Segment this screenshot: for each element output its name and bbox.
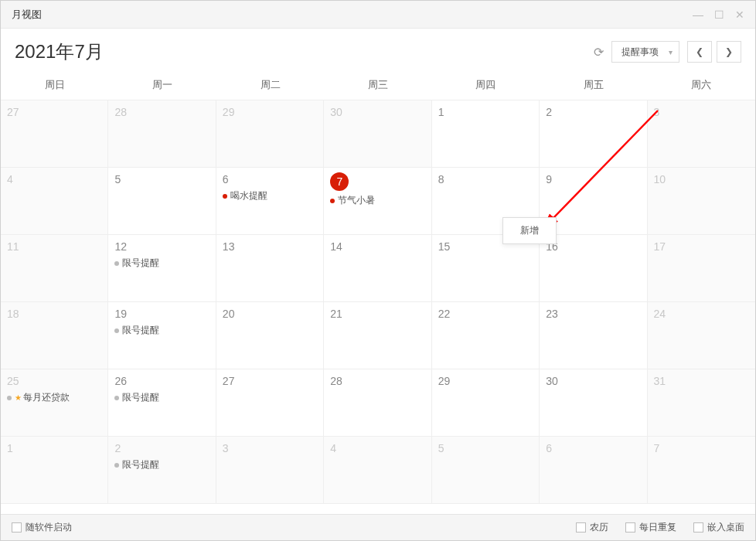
month-nav: ❮ ❯ bbox=[687, 41, 741, 63]
calendar-cell[interactable]: 14 bbox=[324, 235, 431, 302]
calendar-cell[interactable]: 26限号提醒 bbox=[108, 369, 216, 437]
calendar-cell[interactable]: 7节气小暑 bbox=[324, 168, 431, 235]
calendar-cell[interactable]: 29 bbox=[432, 369, 540, 437]
calendar-cell[interactable]: 17 bbox=[648, 235, 755, 302]
day-number: 15 bbox=[438, 240, 451, 253]
day-number: 2 bbox=[546, 106, 552, 118]
calendar-cell[interactable]: 27 bbox=[1, 100, 108, 168]
checkbox-option[interactable]: 每日重复 bbox=[625, 521, 676, 534]
event-dot-icon bbox=[330, 199, 335, 203]
calendar-cell[interactable]: 1 bbox=[432, 100, 540, 168]
next-month-button[interactable]: ❯ bbox=[717, 41, 741, 63]
maximize-icon[interactable]: ☐ bbox=[714, 9, 724, 21]
day-number: 26 bbox=[114, 375, 127, 387]
weekday-label: 周三 bbox=[324, 78, 431, 92]
day-number: 22 bbox=[438, 308, 451, 320]
close-icon[interactable]: ✕ bbox=[735, 9, 744, 21]
checkbox-label: 嵌入桌面 bbox=[707, 521, 744, 534]
event-label: 喝水提醒 bbox=[230, 189, 267, 202]
calendar-cell[interactable]: 2 bbox=[540, 100, 647, 168]
day-number: 12 bbox=[114, 240, 127, 253]
calendar-cell[interactable]: 30 bbox=[324, 100, 431, 168]
calendar-cell[interactable]: 23 bbox=[540, 302, 647, 369]
event-item[interactable]: 限号提醒 bbox=[114, 458, 209, 471]
event-label: 限号提醒 bbox=[122, 391, 159, 404]
minimize-icon[interactable]: — bbox=[693, 9, 703, 21]
refresh-icon[interactable]: ⟳ bbox=[594, 45, 604, 60]
event-item[interactable]: 节气小暑 bbox=[330, 194, 424, 207]
calendar-cell[interactable]: 10 bbox=[648, 168, 755, 235]
calendar-cell[interactable]: 27 bbox=[216, 369, 324, 437]
day-number: 29 bbox=[223, 106, 235, 118]
weekday-header: 周日周一周二周三周四周五周六 bbox=[1, 72, 755, 100]
event-list: 喝水提醒 bbox=[223, 189, 317, 202]
calendar-cell[interactable]: 7 bbox=[648, 437, 755, 504]
calendar-cell[interactable]: 30 bbox=[540, 369, 647, 437]
day-number: 28 bbox=[330, 375, 342, 387]
titlebar: 月视图 — ☐ ✕ bbox=[1, 1, 755, 29]
calendar-cell[interactable]: 3 bbox=[216, 437, 324, 504]
calendar-cell[interactable]: 5 bbox=[108, 168, 216, 235]
calendar-cell[interactable]: 22 bbox=[432, 302, 540, 369]
checkbox-autostart[interactable]: 随软件启动 bbox=[12, 521, 72, 534]
calendar-cell[interactable]: 13 bbox=[216, 235, 324, 302]
calendar-cell[interactable]: 12限号提醒 bbox=[108, 235, 216, 302]
calendar-cell[interactable]: 20 bbox=[216, 302, 324, 369]
calendar-cell[interactable]: 15 bbox=[432, 235, 540, 302]
context-menu-add[interactable]: 新增 bbox=[502, 217, 557, 244]
calendar-cell[interactable]: 4 bbox=[1, 168, 108, 235]
calendar-cell[interactable]: 29 bbox=[216, 100, 324, 168]
header-tools: ⟳ 提醒事项 ▾ ❮ ❯ bbox=[594, 41, 741, 63]
day-number: 17 bbox=[654, 240, 666, 253]
calendar-cell[interactable]: 16 bbox=[540, 235, 647, 302]
calendar-cell[interactable]: 19限号提醒 bbox=[108, 302, 216, 369]
calendar-cell[interactable]: 28 bbox=[108, 100, 216, 168]
calendar-cell[interactable]: 21 bbox=[324, 302, 431, 369]
event-item[interactable]: 限号提醒 bbox=[114, 324, 209, 337]
weekday-label: 周五 bbox=[540, 78, 647, 92]
filter-select[interactable]: 提醒事项 ▾ bbox=[611, 41, 679, 63]
calendar-cell[interactable]: 11 bbox=[1, 235, 108, 302]
calendar-cell[interactable]: 2限号提醒 bbox=[108, 437, 216, 504]
calendar-cell[interactable]: 6喝水提醒 bbox=[216, 168, 324, 235]
checkbox-label: 随软件启动 bbox=[26, 521, 72, 534]
day-number: 9 bbox=[546, 173, 552, 185]
calendar-cell[interactable]: 3 bbox=[648, 100, 755, 168]
event-label: 每月还贷款 bbox=[23, 391, 70, 404]
day-number: 24 bbox=[654, 308, 666, 320]
event-list: 限号提醒 bbox=[114, 458, 209, 471]
month-title: 2021年7月 bbox=[15, 39, 104, 64]
checkbox-option[interactable]: 农历 bbox=[576, 521, 608, 534]
calendar-cell[interactable]: 31 bbox=[648, 369, 755, 437]
calendar-cell[interactable]: 24 bbox=[648, 302, 755, 369]
window-controls: — ☐ ✕ bbox=[693, 9, 744, 21]
event-item[interactable]: ★每月还贷款 bbox=[7, 391, 101, 404]
checkbox-option[interactable]: 嵌入桌面 bbox=[693, 521, 744, 534]
calendar-cell[interactable]: 1 bbox=[1, 437, 108, 504]
day-number: 1 bbox=[438, 106, 444, 118]
checkbox-icon bbox=[693, 522, 703, 532]
calendar-cell[interactable]: 28 bbox=[324, 369, 431, 437]
calendar-cell[interactable]: 25★每月还贷款 bbox=[1, 369, 108, 437]
event-item[interactable]: 限号提醒 bbox=[114, 391, 209, 404]
calendar-cell[interactable]: 6 bbox=[540, 437, 647, 504]
event-item[interactable]: 喝水提醒 bbox=[223, 189, 317, 202]
day-number: 27 bbox=[7, 106, 19, 118]
calendar-cell[interactable]: 4 bbox=[324, 437, 431, 504]
day-number: 13 bbox=[223, 240, 235, 253]
prev-month-button[interactable]: ❮ bbox=[687, 41, 712, 63]
event-dot-icon bbox=[114, 396, 119, 400]
chevron-down-icon: ▾ bbox=[669, 48, 673, 56]
checkbox-label: 每日重复 bbox=[639, 521, 676, 534]
calendar-cell[interactable]: 5 bbox=[432, 437, 540, 504]
header: 2021年7月 ⟳ 提醒事项 ▾ ❮ ❯ bbox=[1, 29, 755, 72]
checkbox-icon bbox=[12, 522, 22, 532]
day-number: 11 bbox=[7, 240, 19, 253]
day-number: 5 bbox=[114, 173, 121, 185]
event-label: 限号提醒 bbox=[122, 257, 159, 270]
event-item[interactable]: 限号提醒 bbox=[114, 257, 209, 270]
calendar-cell[interactable]: 18 bbox=[1, 302, 108, 369]
star-icon: ★ bbox=[15, 393, 22, 402]
day-number: 27 bbox=[223, 375, 235, 387]
event-label: 限号提醒 bbox=[122, 324, 159, 337]
